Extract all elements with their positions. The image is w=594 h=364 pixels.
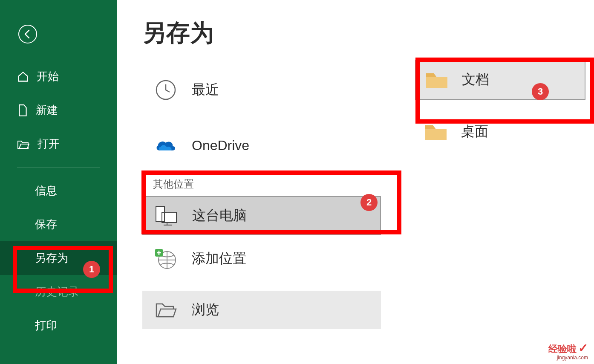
- sidebar-item-print[interactable]: 打印: [0, 309, 117, 342]
- main-content: 另存为 最近 OneDrive 其他位置: [117, 0, 594, 364]
- folder-icon: [424, 69, 449, 90]
- folder-label: 文档: [462, 70, 489, 89]
- location-onedrive[interactable]: OneDrive: [142, 126, 381, 165]
- folder-desktop[interactable]: 桌面: [415, 113, 585, 151]
- this-pc-icon: [154, 203, 179, 228]
- sidebar-divider: [17, 167, 100, 168]
- onedrive-icon: [153, 133, 178, 158]
- svg-point-0: [19, 25, 37, 43]
- location-label: 最近: [192, 81, 219, 99]
- watermark-main: 经验啦: [548, 344, 577, 354]
- location-label: 这台电脑: [192, 206, 247, 225]
- sidebar-item-open[interactable]: 打开: [0, 127, 117, 161]
- location-browse[interactable]: 浏览: [142, 291, 381, 329]
- location-label: OneDrive: [192, 138, 249, 153]
- sidebar-item-label: 保存: [35, 217, 57, 232]
- new-file-icon: [17, 104, 28, 117]
- annotation-badge-3: 3: [532, 83, 549, 100]
- location-column: 另存为 最近 OneDrive 其他位置: [142, 17, 398, 364]
- watermark-sub: jingyanla.com: [548, 355, 588, 361]
- sidebar-item-label: 历史记录: [35, 284, 79, 299]
- location-label: 添加位置: [192, 249, 246, 268]
- add-location-icon: [153, 246, 178, 271]
- sidebar-item-label: 开始: [37, 69, 59, 84]
- sidebar-item-label: 打印: [35, 318, 57, 333]
- annotation-badge-1: 1: [83, 261, 100, 278]
- watermark: 经验啦✓ jingyanla.com: [548, 342, 588, 361]
- check-icon: ✓: [578, 341, 588, 355]
- backstage-sidebar: 开始 新建 打开 信息 保存 另存为 历史记录 打印: [0, 0, 117, 364]
- sidebar-item-new[interactable]: 新建: [0, 93, 117, 127]
- sidebar-item-label: 新建: [36, 103, 58, 118]
- sidebar-item-label: 打开: [37, 136, 60, 151]
- folder-column: 文档 桌面: [398, 17, 585, 364]
- folder-label: 桌面: [461, 122, 488, 141]
- folder-browse-icon: [153, 298, 178, 322]
- folder-icon: [424, 121, 448, 142]
- location-add[interactable]: 添加位置: [142, 240, 381, 278]
- folder-documents[interactable]: 文档: [415, 60, 585, 100]
- section-other-locations: 其他位置: [153, 177, 398, 191]
- location-this-pc[interactable]: 这台电脑: [142, 196, 381, 235]
- folder-open-icon: [17, 139, 30, 150]
- back-button[interactable]: [15, 21, 40, 47]
- home-icon: [17, 71, 29, 83]
- location-label: 浏览: [192, 300, 219, 319]
- clock-icon: [153, 78, 178, 102]
- location-recent[interactable]: 最近: [142, 71, 381, 109]
- page-title: 另存为: [142, 17, 398, 49]
- sidebar-item-history[interactable]: 历史记录: [0, 275, 117, 309]
- sidebar-item-label: 另存为: [35, 251, 68, 266]
- sidebar-item-home[interactable]: 开始: [0, 60, 117, 93]
- sidebar-item-info[interactable]: 信息: [0, 174, 117, 208]
- back-arrow-icon: [18, 24, 37, 44]
- sidebar-item-save[interactable]: 保存: [0, 208, 117, 241]
- sidebar-item-label: 信息: [35, 183, 57, 198]
- annotation-badge-2: 2: [360, 194, 378, 211]
